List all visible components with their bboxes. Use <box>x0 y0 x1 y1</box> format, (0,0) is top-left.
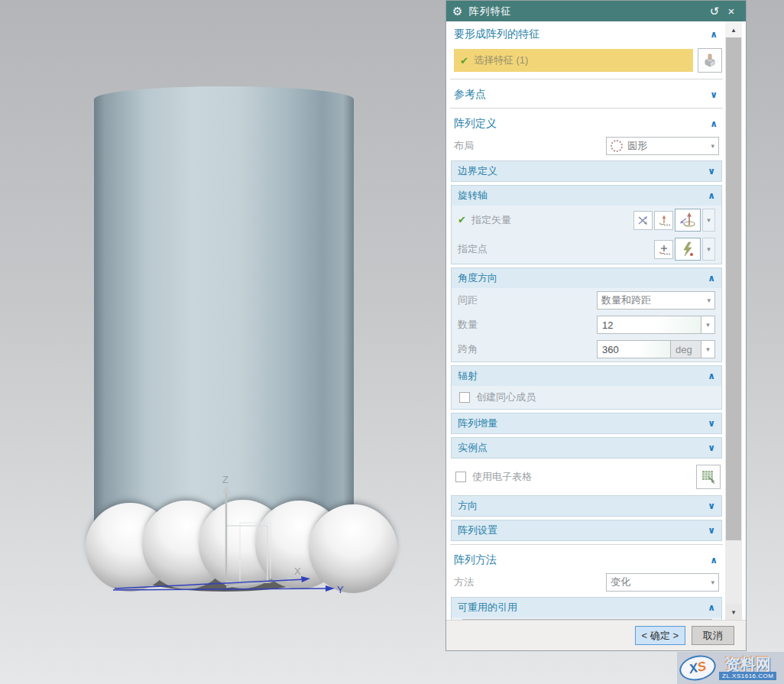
dropdown-arrow-icon: ▾ <box>705 297 713 304</box>
orientation-header[interactable]: 方向 ∨ <box>452 496 721 516</box>
collapse-icon[interactable]: ∧ <box>708 273 715 284</box>
count-field[interactable]: 12 ▾ <box>597 316 715 334</box>
sketch-outline <box>226 526 267 582</box>
rotation-axis-header[interactable]: 旋转轴 ∧ <box>452 186 721 206</box>
expand-icon[interactable]: ∨ <box>708 442 715 453</box>
point-dialog-button[interactable] <box>654 240 673 259</box>
spacing-dropdown[interactable]: 数量和跨距 ▾ <box>597 291 715 310</box>
application-window: Z X Y ⚙ 阵列特征 ↺ × 要形成阵列的特征 ∧ <box>0 0 784 684</box>
collapse-icon[interactable]: ∧ <box>710 118 718 129</box>
concentric-checkbox[interactable] <box>459 392 470 403</box>
collapse-icon[interactable]: ∧ <box>708 190 715 201</box>
vector-constructor-button[interactable] <box>654 211 673 230</box>
collapse-icon[interactable]: ∧ <box>708 602 715 613</box>
group-rotation-axis: 旋转轴 ∧ ✔指定矢量 <box>451 185 722 264</box>
layout-value: 圆形 <box>627 139 647 153</box>
expand-icon[interactable]: ∨ <box>708 525 715 536</box>
layout-dropdown[interactable]: 圆形 ▾ <box>606 137 719 155</box>
scrollbar-thumb[interactable] <box>726 37 741 540</box>
layout-label: 布局 <box>454 139 474 153</box>
z-axis-arrowhead <box>222 485 230 494</box>
rotation-axis-vector-button[interactable] <box>675 209 701 232</box>
vector-options-dropdown[interactable]: ▾ <box>702 209 715 232</box>
spacing-value: 数量和跨距 <box>601 293 651 307</box>
group-title: 方向 <box>458 499 478 513</box>
group-pattern-increment: 阵列增量 ∨ <box>451 413 722 434</box>
scroll-down-button[interactable]: ▾ <box>725 604 742 620</box>
watermark-name: 资料网 <box>725 656 771 672</box>
dialog-titlebar[interactable]: ⚙ 阵列特征 ↺ × <box>446 1 746 21</box>
x-axis-label: X <box>294 566 301 577</box>
expand-icon[interactable]: ∨ <box>708 418 715 429</box>
expand-icon[interactable]: ∨ <box>708 501 715 511</box>
reset-button[interactable]: ↺ <box>706 5 723 18</box>
inferred-point-button[interactable] <box>675 238 701 261</box>
concentric-label: 创建同心成员 <box>476 391 714 404</box>
group-title: 实例点 <box>458 441 488 455</box>
boundary-definition-header[interactable]: 边界定义 ∨ <box>452 161 721 181</box>
check-icon: ✔ <box>460 55 468 66</box>
dropdown-arrow-icon: ▾ <box>707 216 711 224</box>
collapse-icon[interactable]: ∧ <box>710 29 718 40</box>
dialog-scrollbar[interactable]: ▴ ▾ <box>725 21 742 620</box>
section-title: 阵列方法 <box>454 553 497 567</box>
group-title: 角度方向 <box>458 271 497 285</box>
datum-axis-y[interactable] <box>113 588 329 590</box>
point-options-dropdown[interactable]: ▾ <box>702 238 715 261</box>
close-button[interactable]: × <box>723 5 740 18</box>
expand-icon[interactable]: ∨ <box>708 166 715 177</box>
count-formula-dropdown[interactable]: ▾ <box>701 316 715 334</box>
instance-points-header[interactable]: 实例点 ∨ <box>452 438 721 458</box>
pattern-feature-dialog: ⚙ 阵列特征 ↺ × 要形成阵列的特征 ∧ ✔ 选择特征 (1) <box>445 0 747 651</box>
cancel-button[interactable]: 取消 <box>692 626 734 645</box>
spreadsheet-icon <box>700 468 717 485</box>
check-icon: ✔ <box>458 214 466 225</box>
ok-button[interactable]: < 确定 > <box>635 626 685 645</box>
group-instance-points: 实例点 ∨ <box>451 437 722 459</box>
spreadsheet-label: 使用电子表格 <box>472 470 692 484</box>
span-formula-dropdown[interactable]: ▾ <box>701 340 715 358</box>
pattern-settings-header[interactable]: 阵列设置 ∨ <box>452 520 721 540</box>
z-axis-label: Z <box>222 474 228 485</box>
angular-direction-header[interactable]: 角度方向 ∧ <box>452 268 721 288</box>
datum-axis-arrowhead <box>301 576 310 582</box>
watermark-logo: X S <box>677 652 718 683</box>
datum-axis[interactable] <box>115 579 306 588</box>
3d-viewport[interactable]: Z X Y <box>0 0 445 684</box>
collapse-icon[interactable]: ∧ <box>710 555 718 566</box>
section-reference-point[interactable]: 参考点 ∨ <box>446 82 727 105</box>
spreadsheet-checkbox[interactable] <box>455 472 466 482</box>
method-value: 变化 <box>611 575 630 589</box>
reusable-references-header[interactable]: 可重用的引用 ∧ <box>452 598 721 618</box>
count-input[interactable]: 12 <box>597 316 701 334</box>
method-dropdown[interactable]: 变化 ▾ <box>606 573 719 592</box>
span-angle-field[interactable]: 360 deg ▾ <box>597 340 715 358</box>
group-orientation: 方向 ∨ <box>451 495 722 517</box>
pattern-increment-header[interactable]: 阵列增量 ∨ <box>452 413 721 433</box>
circular-pattern-icon <box>611 140 623 152</box>
expand-icon[interactable]: ∨ <box>710 89 718 100</box>
select-feature-field[interactable]: ✔ 选择特征 (1) <box>454 49 693 72</box>
group-pattern-settings: 阵列设置 ∨ <box>451 520 722 541</box>
section-feature-to-pattern[interactable]: 要形成阵列的特征 ∧ <box>446 21 727 45</box>
group-title: 辐射 <box>458 369 478 383</box>
lightning-icon <box>679 241 697 258</box>
divider <box>450 544 723 545</box>
radial-header[interactable]: 辐射 ∧ <box>452 366 721 386</box>
group-boundary-definition: 边界定义 ∨ <box>451 160 722 182</box>
coordinate-axes: Z X Y <box>0 0 445 684</box>
method-label: 方法 <box>454 575 474 589</box>
spreadsheet-button[interactable] <box>696 465 721 489</box>
span-angle-input[interactable]: 360 <box>597 340 671 358</box>
dialog-title: 阵列特征 <box>468 5 511 18</box>
section-pattern-method[interactable]: 阵列方法 ∧ <box>446 547 727 571</box>
gear-icon: ⚙ <box>452 5 462 18</box>
span-angle-unit[interactable]: deg <box>671 340 701 358</box>
feature-picker-button[interactable] <box>698 48 722 73</box>
section-pattern-definition[interactable]: 阵列定义 ∧ <box>446 111 727 135</box>
dropdown-arrow-icon: ▾ <box>708 579 717 586</box>
vector-dialog-button[interactable] <box>633 211 653 230</box>
watermark-url: ZL.XS1616.COM <box>719 672 776 680</box>
collapse-icon[interactable]: ∧ <box>708 371 715 381</box>
scroll-up-button[interactable]: ▴ <box>725 21 742 37</box>
